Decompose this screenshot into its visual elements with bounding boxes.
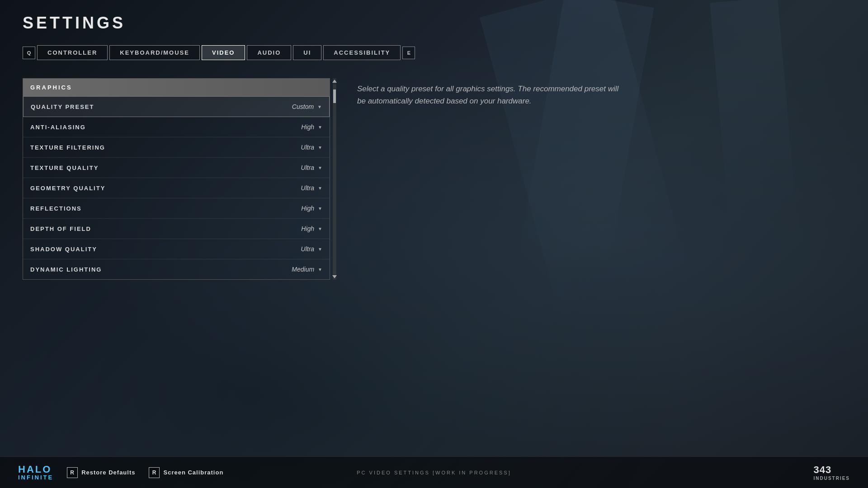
setting-label-texture-filtering: TEXTURE FILTERING [30, 144, 105, 151]
settings-scroll-container[interactable]: GRAPHICS QUALITY PRESET Custom ▼ ANTI-AL… [23, 78, 330, 280]
bottom-center-text: PC VIDEO SETTINGS [WORK IN PROGRESS] [357, 470, 511, 475]
screen-calibration-action[interactable]: R Screen Calibration [149, 467, 223, 478]
screen-calibration-label: Screen Calibration [163, 469, 223, 476]
setting-row-texture-filtering[interactable]: TEXTURE FILTERING Ultra ▼ [23, 137, 330, 158]
setting-row-quality-preset[interactable]: QUALITY PRESET Custom ▼ [23, 96, 330, 117]
tab-controller[interactable]: CONTROLLER [37, 45, 108, 60]
chevron-down-icon: ▼ [318, 145, 322, 150]
halo-logo-bottom: INFINITE [18, 474, 53, 480]
setting-label-depth-of-field: DEPTH OF FIELD [30, 225, 91, 232]
chevron-down-icon: ▼ [318, 206, 322, 211]
description-text: Select a quality preset for all graphics… [357, 83, 619, 107]
setting-label-geometry-quality: GEOMETRY QUALITY [30, 185, 105, 192]
section-header-graphics: GRAPHICS [23, 79, 330, 96]
setting-row-geometry-quality[interactable]: GEOMETRY QUALITY Ultra ▼ [23, 178, 330, 198]
setting-value-anti-aliasing[interactable]: High ▼ [301, 123, 322, 131]
setting-value-shadow-quality[interactable]: Ultra ▼ [301, 245, 322, 253]
tab-keyboard-mouse[interactable]: KEYBOARD/MOUSE [109, 45, 200, 60]
setting-value-geometry-quality[interactable]: Ultra ▼ [301, 184, 322, 192]
page-title: SETTINGS [23, 14, 845, 33]
setting-label-shadow-quality: SHADOW QUALITY [30, 246, 97, 253]
setting-value-quality-preset[interactable]: Custom ▼ [292, 103, 322, 110]
setting-value-texture-filtering[interactable]: Ultra ▼ [301, 144, 322, 151]
setting-label-texture-quality: TEXTURE QUALITY [30, 164, 99, 171]
setting-row-shadow-quality[interactable]: SHADOW QUALITY Ultra ▼ [23, 239, 330, 259]
key-q: Q [23, 47, 35, 59]
setting-row-reflections[interactable]: REFLECTIONS High ▼ [23, 198, 330, 219]
chevron-down-icon: ▼ [317, 104, 322, 109]
bottom-actions: R Restore Defaults R Screen Calibration [67, 467, 223, 478]
main-content: SETTINGS Q CONTROLLER KEYBOARD/MOUSE VID… [0, 0, 868, 293]
chevron-down-icon: ▼ [318, 165, 322, 170]
restore-defaults-action[interactable]: R Restore Defaults [67, 467, 135, 478]
chevron-down-icon: ▼ [318, 247, 322, 252]
setting-value-dynamic-lighting[interactable]: Medium ▼ [292, 266, 322, 273]
chevron-down-icon: ▼ [318, 186, 322, 191]
scroll-up-arrow[interactable] [332, 80, 337, 83]
main-area: GRAPHICS QUALITY PRESET Custom ▼ ANTI-AL… [23, 78, 845, 280]
restore-label: Restore Defaults [81, 469, 135, 476]
setting-row-anti-aliasing[interactable]: ANTI-ALIASING High ▼ [23, 117, 330, 137]
scroll-down-arrow[interactable] [332, 275, 337, 278]
setting-row-dynamic-lighting[interactable]: DYNAMIC LIGHTING Medium ▼ [23, 259, 330, 279]
settings-panel: GRAPHICS QUALITY PRESET Custom ▼ ANTI-AL… [23, 78, 330, 280]
setting-row-depth-of-field[interactable]: DEPTH OF FIELD High ▼ [23, 219, 330, 239]
setting-label-anti-aliasing: ANTI-ALIASING [30, 124, 86, 131]
chevron-down-icon: ▼ [318, 125, 322, 130]
tab-video[interactable]: VIDEO [202, 45, 245, 60]
studio-logo: 343 INDUSTRIES [813, 464, 850, 481]
tab-ui[interactable]: UI [293, 45, 321, 60]
setting-label-quality-preset: QUALITY PRESET [31, 103, 94, 110]
scroll-thumb[interactable] [333, 89, 336, 103]
tab-accessibility[interactable]: ACCESSIBILITY [323, 45, 401, 60]
setting-value-texture-quality[interactable]: Ultra ▼ [301, 164, 322, 171]
chevron-down-icon: ▼ [318, 267, 322, 272]
halo-logo: HALO INFINITE [18, 465, 53, 480]
screen-calibration-key: R [149, 467, 160, 478]
setting-value-depth-of-field[interactable]: High ▼ [301, 225, 322, 232]
key-e: E [402, 47, 415, 59]
setting-label-reflections: REFLECTIONS [30, 205, 82, 212]
description-panel: Select a quality preset for all graphics… [357, 78, 619, 107]
setting-label-dynamic-lighting: DYNAMIC LIGHTING [30, 266, 102, 273]
setting-row-texture-quality[interactable]: TEXTURE QUALITY Ultra ▼ [23, 158, 330, 178]
chevron-down-icon: ▼ [318, 226, 322, 231]
restore-key: R [67, 467, 78, 478]
scroll-track[interactable] [333, 85, 336, 274]
tab-audio[interactable]: AUDIO [247, 45, 291, 60]
scrollbar[interactable] [333, 78, 336, 280]
studio-name: 343 [813, 464, 850, 476]
studio-sub: INDUSTRIES [813, 476, 850, 481]
tab-navigation: Q CONTROLLER KEYBOARD/MOUSE VIDEO AUDIO … [23, 45, 845, 60]
bottom-bar: HALO INFINITE R Restore Defaults R Scree… [0, 456, 868, 488]
halo-logo-top: HALO [18, 465, 53, 474]
setting-value-reflections[interactable]: High ▼ [301, 205, 322, 212]
